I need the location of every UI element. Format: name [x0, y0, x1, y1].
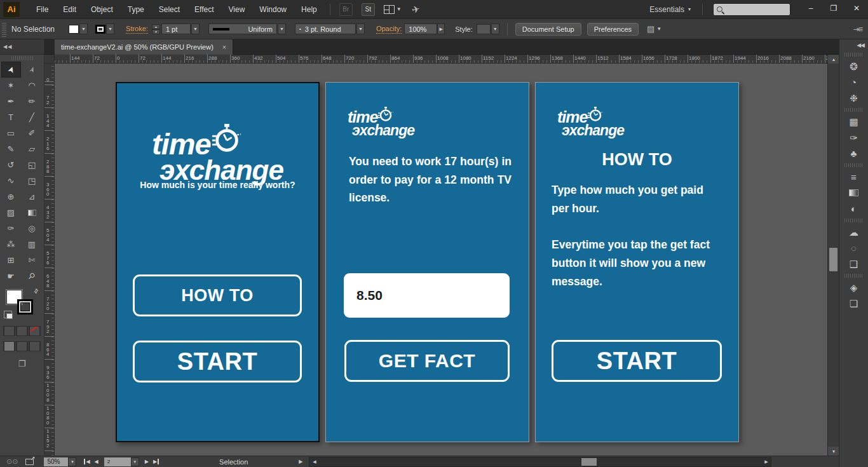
slice-tool[interactable]: ✄	[22, 252, 42, 268]
horizontal-scrollbar[interactable]: ◀ ▶	[309, 457, 771, 467]
appearance-panel-button[interactable]: ◌	[839, 240, 868, 256]
document-tab[interactable]: time-exchangeV2.ai @ 50% (RGB/GPU Previe…	[55, 39, 233, 55]
vertical-ruler[interactable]: 0721442162883604325045766487207928649361…	[44, 64, 55, 456]
gradient-panel-button[interactable]	[839, 185, 868, 201]
eyedropper-tool[interactable]: ✑	[1, 220, 21, 236]
brush-definition[interactable]: • 3 pt. Round	[295, 24, 356, 34]
workspace-switcher[interactable]: Essentials ▾	[649, 5, 691, 14]
layers-panel-button[interactable]: ◈	[839, 280, 868, 295]
menu-type[interactable]: Type	[128, 5, 144, 14]
rotate-tool[interactable]: ↺	[1, 157, 21, 173]
scroll-left-icon[interactable]: ◀	[310, 457, 318, 466]
perspective-grid-tool[interactable]: ⊿	[22, 189, 42, 205]
vertical-scrollbar[interactable]: ▲ ▼	[827, 55, 839, 456]
collapse-panel-icon[interactable]: ◀◀	[3, 44, 12, 50]
step-up-icon[interactable]: ▲	[152, 24, 160, 29]
pen-tool[interactable]: ✒	[1, 93, 21, 109]
style-swatch[interactable]	[477, 24, 491, 34]
align-glyphs-icon[interactable]: ▤	[647, 24, 654, 34]
zoom-level-value[interactable]: 50%	[44, 457, 68, 466]
opacity-label[interactable]: Opacity:	[376, 25, 402, 34]
stroke-weight-stepper[interactable]: ▲▼	[152, 24, 160, 34]
menu-select[interactable]: Select	[159, 5, 180, 14]
profile-dropdown-arrow[interactable]: ▼	[278, 24, 286, 34]
restore-button[interactable]: ❐	[822, 0, 845, 17]
stroke-dropdown-arrow[interactable]: ▼	[106, 24, 114, 34]
symbol-sprayer-tool[interactable]: ⁂	[1, 236, 21, 252]
tools-panel-header[interactable]: ◀◀	[0, 39, 44, 55]
opacity-spinner-arrow[interactable]: ▶	[437, 24, 445, 34]
arrange-documents-button[interactable]: ▼	[384, 5, 402, 14]
fill-color-swatch[interactable]	[69, 25, 79, 34]
control-panel-menu-icon[interactable]: ⇥≡	[853, 25, 862, 34]
gpu-performance-icon[interactable]: ✈	[410, 3, 421, 15]
menu-object[interactable]: Object	[91, 5, 113, 14]
artboard-fact[interactable]: time	[325, 82, 529, 442]
scroll-down-icon[interactable]: ▼	[828, 447, 839, 456]
tab-close-icon[interactable]: ×	[222, 43, 226, 51]
previous-artboard-icon[interactable]: ◀	[95, 459, 98, 464]
color-panel-button[interactable]: ❂	[839, 58, 868, 74]
scroll-up-icon[interactable]: ▲	[828, 55, 839, 64]
step-down-icon[interactable]: ▼	[152, 29, 160, 34]
next-artboard-icon[interactable]: ▶	[145, 459, 149, 464]
line-segment-tool[interactable]: ╱	[22, 109, 42, 125]
lasso-tool[interactable]: ◠	[22, 78, 42, 93]
export-icon[interactable]	[25, 459, 34, 465]
hand-tool[interactable]: ☛	[1, 268, 21, 284]
close-button[interactable]: ✕	[845, 0, 868, 17]
expand-panels-icon[interactable]: ◀◀	[857, 42, 864, 48]
width-tool[interactable]: ∿	[1, 173, 21, 189]
stroke-color-swatch[interactable]	[95, 25, 105, 34]
scroll-right-icon[interactable]: ▶	[762, 457, 770, 466]
gradient-tool[interactable]	[22, 205, 42, 220]
none-button[interactable]	[29, 326, 41, 336]
style-dropdown-arrow[interactable]: ▼	[491, 24, 499, 34]
default-fill-stroke-icon[interactable]	[4, 311, 12, 318]
ruler-corner[interactable]	[44, 55, 55, 64]
horizontal-scroll-thumb[interactable]	[581, 458, 597, 466]
draw-normal-button[interactable]	[3, 341, 15, 351]
artboard-dropdown-arrow[interactable]: ▼	[131, 457, 139, 466]
color-button[interactable]	[3, 326, 15, 336]
get-fact-button[interactable]: GET FACT	[344, 340, 510, 382]
vertical-scroll-thumb[interactable]	[829, 248, 837, 271]
gradient-button[interactable]	[16, 326, 28, 336]
opacity-value[interactable]: 100%	[404, 24, 437, 34]
search-input[interactable]	[713, 3, 790, 16]
last-artboard-icon[interactable]: ▶	[153, 459, 159, 464]
chevron-down-icon[interactable]: ▼	[656, 26, 661, 32]
menu-help[interactable]: Help	[301, 5, 317, 14]
stroke-weight-dropdown-arrow[interactable]: ▼	[191, 24, 200, 34]
canvas[interactable]: time	[55, 64, 827, 456]
stroke-weight-label[interactable]: Stroke:	[126, 25, 148, 34]
artboard-tool[interactable]: ⊞	[1, 252, 21, 268]
magic-wand-tool[interactable]: ✶	[1, 78, 21, 93]
stroke-swatch[interactable]	[17, 299, 33, 315]
wage-input[interactable]: 8.50	[344, 273, 510, 318]
swatches-panel-button[interactable]: ▦	[839, 114, 868, 130]
brush-dropdown-arrow[interactable]: ▼	[356, 24, 365, 34]
column-graph-tool[interactable]: ▥	[22, 236, 42, 252]
start-button[interactable]: START	[552, 340, 722, 382]
menu-window[interactable]: Window	[259, 5, 287, 14]
rectangle-tool[interactable]: ▭	[1, 125, 21, 141]
artboard-number-field[interactable]: 2 ▼	[104, 457, 139, 466]
menu-file[interactable]: File	[36, 5, 48, 14]
zoom-dropdown-arrow[interactable]: ▼	[68, 457, 76, 466]
color-guide-panel-button[interactable]: ◔	[839, 74, 868, 90]
stock-button[interactable]: St	[362, 3, 375, 16]
menu-edit[interactable]: Edit	[63, 5, 76, 14]
status-text[interactable]: Selection	[219, 458, 248, 466]
menu-effect[interactable]: Effect	[194, 5, 214, 14]
pencil-tool[interactable]: ✎	[1, 141, 21, 157]
fill-dropdown-arrow[interactable]: ▼	[79, 24, 88, 34]
artboard-howto[interactable]: time	[535, 82, 739, 442]
scale-tool[interactable]: ◱	[22, 157, 42, 173]
symbols-panel-button[interactable]: ♣	[839, 146, 868, 161]
zoom-tool[interactable]: ⚲	[22, 268, 42, 284]
direct-selection-tool[interactable]: ➢	[22, 62, 42, 78]
variable-width-profile[interactable]: Uniform	[208, 24, 277, 34]
menu-view[interactable]: View	[229, 5, 245, 14]
curvature-tool[interactable]: ✏	[22, 93, 42, 109]
